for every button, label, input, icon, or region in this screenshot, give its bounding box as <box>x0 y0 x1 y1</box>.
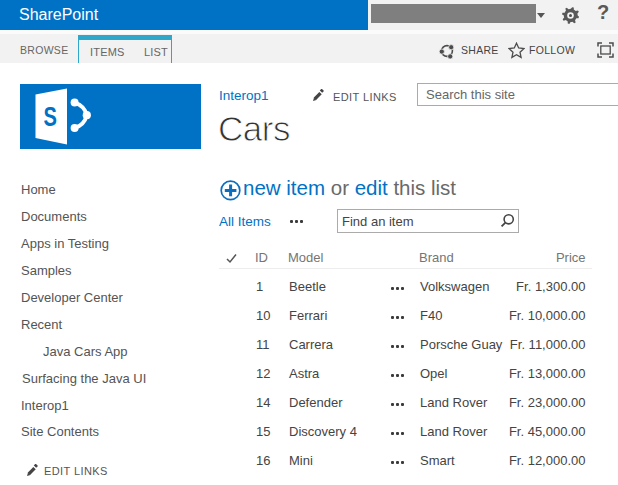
svg-text:S: S <box>44 101 57 132</box>
